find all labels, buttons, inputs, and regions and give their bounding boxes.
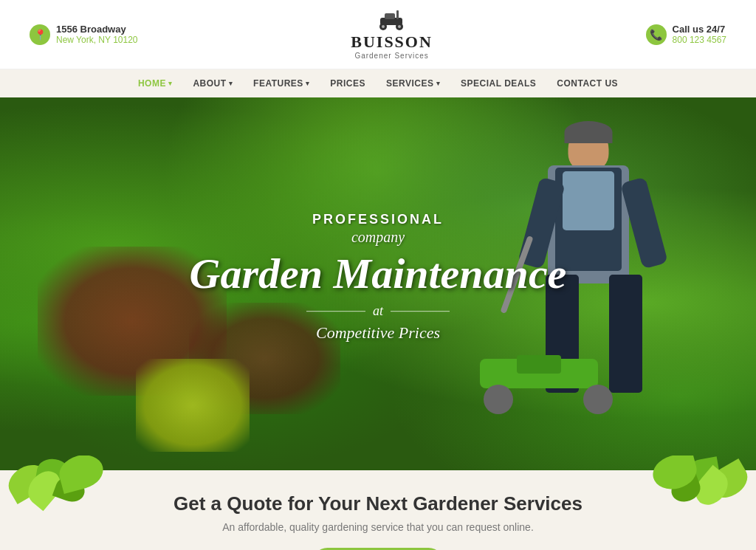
top-bar: 📍 1556 Broadway New York, NY 10120 BUISS… [0,0,756,69]
hero-divider-line-right [391,312,450,312]
hero-company-text: company [157,229,599,246]
logo-subtitle: Gardener Services [351,52,433,60]
svg-rect-6 [396,10,399,19]
address-line1: 1556 Broadway [56,24,138,35]
logo-brand-name: BUISSON [351,32,433,52]
nav-services[interactable]: SERVICES ▾ [376,69,450,97]
hero-yellow-plants [136,359,250,452]
svg-point-4 [382,25,385,28]
quote-title: Get a Quote for Your Next Gardener Servi… [30,492,726,515]
address-line2: New York, NY 10120 [56,35,138,45]
phone-icon: 📞 [646,24,667,45]
call-label: Call us 24/7 [673,24,726,35]
hero-mower [472,355,620,414]
hero-content: PROFESSIONAL company Garden Maintenance … [157,212,599,343]
hero-professional-text: PROFESSIONAL [157,212,599,227]
phone-number: 800 123 4567 [673,35,726,45]
svg-rect-1 [385,13,395,19]
nav-home[interactable]: HOME ▾ [128,69,183,97]
quote-leaves-left [0,456,118,515]
logo[interactable]: BUISSON Gardener Services [351,9,433,60]
svg-point-5 [398,25,401,28]
hero-subtitle: Competitive Prices [157,324,599,343]
hero-divider-line-left [306,312,365,312]
logo-mower-icon [374,9,410,31]
nav-prices[interactable]: PRICES [320,69,376,97]
nav-about[interactable]: ABOUT ▾ [182,69,243,97]
location-icon: 📍 [30,24,50,45]
nav-features[interactable]: FEATURES ▾ [243,69,320,97]
nav-special-deals[interactable]: SPECIAL DEALS [450,69,546,97]
quote-subtitle: An affordable, quality gardening service… [30,521,726,533]
phone-contact: 📞 Call us 24/7 800 123 4567 [646,24,726,45]
address-contact: 📍 1556 Broadway New York, NY 10120 [30,24,138,45]
hero-at-text: at [373,304,383,320]
nav-contact-us[interactable]: CONTACT US [546,69,628,97]
leaf-l5 [55,456,107,494]
nav-home-arrow: ▾ [168,80,173,87]
nav-about-arrow: ▾ [229,80,233,87]
quote-leaves-right [638,456,756,515]
nav-features-arrow: ▾ [306,80,310,87]
quote-section: Get a Quote for Your Next Gardener Servi… [0,470,756,550]
hero-section: PROFESSIONAL company Garden Maintenance … [0,97,756,470]
nav-services-arrow: ▾ [436,80,441,87]
hero-divider: at [157,304,599,320]
hero-main-title: Garden Maintenance [157,252,599,297]
navbar: HOME ▾ ABOUT ▾ FEATURES ▾ PRICES SERVICE… [0,69,756,97]
